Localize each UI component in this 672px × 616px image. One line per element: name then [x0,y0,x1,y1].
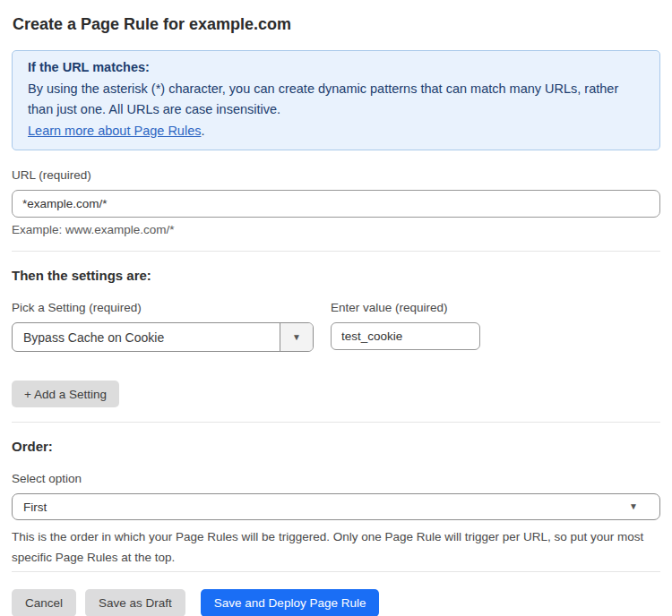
add-setting-button[interactable]: + Add a Setting [12,381,119,407]
settings-section-heading: Then the settings are: [12,268,660,283]
setting-value-input[interactable] [331,322,480,350]
divider [12,571,660,572]
divider [12,422,660,423]
info-box-body: By using the asterisk (*) character, you… [28,79,644,121]
url-field-label: URL (required) [12,169,660,182]
chevron-down-icon: ▼ [629,502,638,511]
divider [12,251,660,252]
info-box-link-line: Learn more about Page Rules. [28,121,644,142]
save-as-draft-button[interactable]: Save as Draft [85,589,185,616]
order-select-value: First [23,500,47,514]
pick-setting-label: Pick a Setting (required) [12,302,314,314]
setting-select[interactable]: Bypass Cache on Cookie ▼ [12,322,314,352]
page-title: Create a Page Rule for example.com [13,14,659,34]
link-period: . [201,124,204,138]
select-option-label: Select option [12,473,660,485]
setting-column: Pick a Setting (required) Bypass Cache o… [12,283,314,352]
order-helper-text: This is the order in which your Page Rul… [12,526,660,568]
enter-value-label: Enter value (required) [331,302,480,314]
url-matches-info-box: If the URL matches: By using the asteris… [12,50,660,150]
value-column: Enter value (required) [331,289,480,350]
chevron-down-icon: ▼ [292,333,301,342]
page-rule-form: Create a Page Rule for example.com If th… [0,0,672,616]
settings-row: Pick a Setting (required) Bypass Cache o… [12,283,660,352]
url-example-helper: Example: www.example.com/* [12,223,660,236]
learn-more-link[interactable]: Learn more about Page Rules [28,124,201,138]
info-box-heading: If the URL matches: [28,57,644,79]
cancel-button[interactable]: Cancel [12,589,76,616]
order-select[interactable]: First ▼ [12,493,660,520]
order-section-heading: Order: [12,439,660,454]
form-actions: Cancel Save as Draft Save and Deploy Pag… [12,589,660,616]
setting-select-arrow-button[interactable]: ▼ [280,323,313,351]
url-input[interactable] [12,190,660,218]
setting-select-value: Bypass Cache on Cookie [13,330,280,345]
save-and-deploy-button[interactable]: Save and Deploy Page Rule [201,589,380,616]
